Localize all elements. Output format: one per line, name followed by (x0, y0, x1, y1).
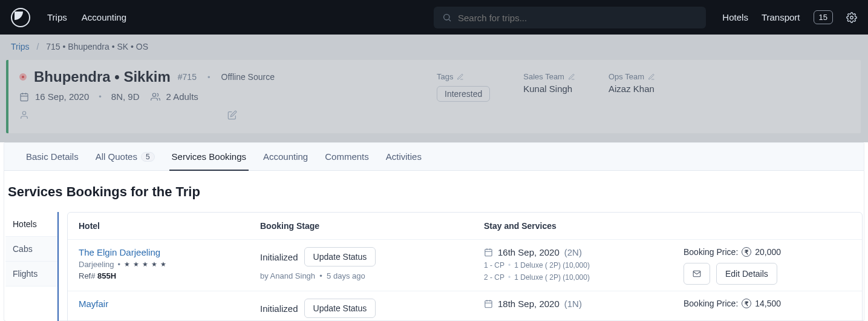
breadcrumb-current: 715 • Bhupendra • SK • OS (46, 42, 148, 51)
mail-icon (691, 270, 702, 278)
stay-nights: (2N) (564, 247, 582, 257)
tab-accounting[interactable]: Accounting (255, 143, 316, 170)
room-detail: 1 Deluxe ( 2P) (10,000) (514, 273, 590, 282)
ops-team-block: Ops Team Aizaz Khan (609, 72, 655, 120)
calendar-icon (484, 248, 493, 257)
nav-trips[interactable]: Trips (47, 12, 67, 22)
room-plan: 1 - CP (484, 261, 504, 270)
calendar-icon (19, 92, 29, 102)
tab-all-quotes[interactable]: All Quotes 5 (87, 143, 163, 170)
svg-point-2 (850, 16, 853, 19)
subtab-hotels[interactable]: Hotels (5, 212, 57, 237)
tags-label: Tags (437, 72, 453, 81)
trip-header-card: Bhupendra • Sikkim #715 • Offline Source… (6, 60, 861, 133)
notification-count[interactable]: 15 (814, 10, 833, 24)
right-nav: Hotels Transport 15 (722, 10, 857, 24)
sales-team-value: Kunal Singh (523, 84, 575, 94)
update-status-button[interactable]: Update Status (304, 247, 376, 266)
app-logo[interactable] (11, 8, 30, 27)
calendar-icon (484, 299, 493, 308)
stay-date: 16th Sep, 2020 (498, 247, 560, 257)
tag-interested[interactable]: Interested (437, 86, 490, 102)
svg-line-1 (449, 19, 451, 21)
svg-rect-9 (485, 250, 492, 256)
tab-activities[interactable]: Activities (377, 143, 430, 170)
price-value: 20,000 (755, 247, 781, 257)
breadcrumb-separator: / (36, 42, 39, 51)
sales-team-label: Sales Team (523, 72, 564, 81)
section-title: Services Bookings for the Trip (4, 171, 864, 212)
price-label: Booking Price: (684, 299, 738, 308)
bookings-table: Hotel Booking Stage Stay and Services Th… (67, 212, 863, 321)
edit-sales-icon[interactable] (568, 73, 575, 81)
guests-icon (151, 92, 160, 102)
tab-comments[interactable]: Comments (316, 143, 377, 170)
stay-date: 18th Sep, 2020 (498, 299, 560, 309)
room-detail: 1 Deluxe ( 2P) (10,000) (514, 261, 590, 270)
trip-status-dot (19, 73, 27, 81)
hotel-location: Darjeeling (79, 260, 114, 269)
ops-team-value: Aizaz Khan (609, 84, 655, 94)
ref-label: Ref# (79, 271, 95, 280)
trip-source: Offline Source (221, 72, 275, 82)
svg-rect-14 (485, 301, 492, 308)
svg-point-8 (22, 111, 25, 114)
sales-team-block: Sales Team Kunal Singh (523, 72, 575, 120)
trip-title: Bhupendra • Sikkim (34, 68, 171, 85)
search-input[interactable] (458, 13, 688, 23)
booking-subtabs: Hotels Cabs Flights (5, 212, 59, 321)
edit-ops-icon[interactable] (648, 73, 655, 81)
subtab-flights[interactable]: Flights (5, 262, 57, 286)
currency-icon: ₹ (742, 299, 751, 308)
price-value: 14,500 (755, 299, 781, 308)
ref-number: 855H (97, 271, 116, 280)
col-hotel: Hotel (79, 221, 260, 231)
tags-block: Tags Interested (437, 72, 490, 120)
currency-icon: ₹ (742, 247, 751, 257)
table-header: Hotel Booking Stage Stay and Services (68, 213, 862, 240)
nav-hotels[interactable]: Hotels (722, 12, 748, 22)
settings-icon[interactable] (846, 12, 857, 23)
stay-nights: (1N) (564, 299, 582, 309)
top-bar: Trips Accounting Hotels Transport 15 (0, 0, 868, 35)
subtab-cabs[interactable]: Cabs (5, 237, 57, 262)
tab-services-bookings[interactable]: Services Bookings (163, 143, 255, 170)
table-row: The Elgin Darjeeling Darjeeling • ★ ★ ★ … (68, 240, 862, 291)
table-row: Mayfair Initialized Update Status 18th S… (68, 291, 862, 321)
price-label: Booking Price: (684, 247, 738, 257)
search-icon (442, 13, 452, 22)
col-booking-stage: Booking Stage (260, 221, 484, 231)
edit-details-button[interactable]: Edit Details (716, 263, 777, 285)
svg-point-7 (152, 93, 155, 96)
edit-icon[interactable] (227, 110, 237, 120)
trip-pax: 2 Adults (166, 91, 198, 102)
breadcrumb: Trips / 715 • Bhupendra • SK • OS (0, 35, 868, 60)
breadcrumb-root[interactable]: Trips (11, 42, 30, 51)
services-bookings-panel: Basic Details All Quotes 5 Services Book… (4, 142, 864, 321)
booking-stage: Initialized (260, 303, 298, 314)
person-icon (19, 110, 29, 120)
svg-point-0 (444, 15, 449, 20)
global-search[interactable] (434, 7, 706, 28)
quotes-count: 5 (141, 152, 155, 162)
hotel-name-link[interactable]: Mayfair (79, 299, 260, 309)
trip-duration: 8N, 9D (111, 91, 140, 102)
svg-rect-3 (21, 93, 28, 101)
trip-id: #715 (178, 72, 197, 82)
updated-ago: 5 days ago (327, 271, 365, 280)
email-booking-button[interactable] (684, 263, 710, 285)
updated-by: by Anand Singh (260, 271, 315, 280)
trip-start-date: 16 Sep, 2020 (35, 91, 89, 102)
booking-stage: Initialized (260, 252, 298, 262)
edit-tags-icon[interactable] (457, 73, 464, 81)
ops-team-label: Ops Team (609, 72, 644, 81)
nav-transport[interactable]: Transport (762, 12, 800, 22)
tab-basic-details[interactable]: Basic Details (18, 143, 87, 170)
header-panel: Trips / 715 • Bhupendra • SK • OS Bhupen… (0, 35, 868, 142)
hotel-name-link[interactable]: The Elgin Darjeeling (79, 247, 260, 257)
update-status-button[interactable]: Update Status (304, 299, 376, 318)
hotel-stars: ★ ★ ★ ★ ★ (124, 260, 167, 268)
room-plan: 2 - CP (484, 273, 504, 282)
nav-accounting[interactable]: Accounting (82, 12, 126, 22)
col-stay-services: Stay and Services (484, 221, 684, 231)
